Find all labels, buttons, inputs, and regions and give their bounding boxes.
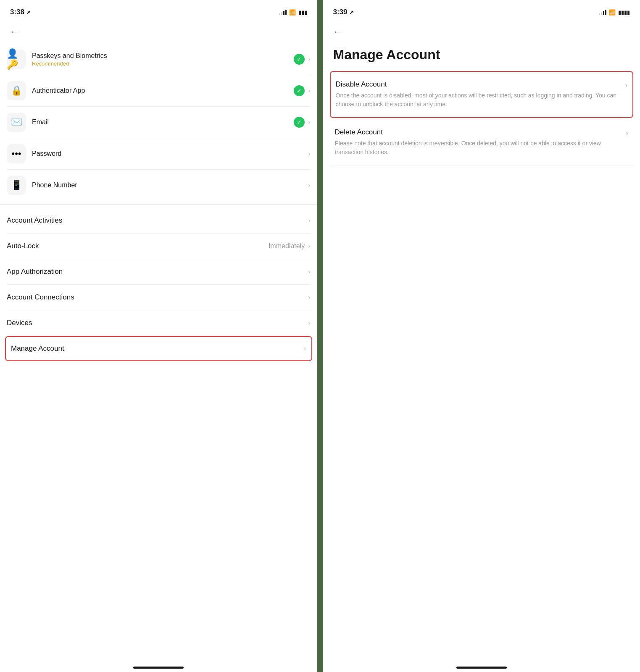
authenticator-check: ✓	[294, 85, 305, 96]
home-bar-left	[133, 667, 184, 669]
auto-lock-item[interactable]: Auto-Lock Immediately ›	[7, 234, 311, 259]
phone-content: Phone Number	[32, 181, 308, 189]
account-activities-label: Account Activities	[7, 216, 62, 225]
delete-account-desc: Please note that account deletion is irr…	[335, 139, 621, 157]
status-bar-right: 3:39 ↗ 📶 ▮▮▮▮	[323, 0, 640, 22]
disable-account-chevron: ›	[625, 81, 627, 90]
auto-lock-chevron: ›	[308, 242, 310, 250]
authenticator-content: Authenticator App	[32, 87, 294, 94]
security-list: 👤🔑 Passkeys and Biometrics Recommended ✓…	[0, 44, 317, 201]
back-button-right[interactable]: ←	[333, 25, 347, 39]
phone-icon: 📱	[11, 180, 22, 191]
account-activities-chevron: ›	[308, 217, 310, 224]
email-content: Email	[32, 118, 294, 126]
auto-lock-label: Auto-Lock	[7, 242, 39, 250]
passkeys-right: ✓ ›	[294, 54, 310, 65]
phone-icon-wrap: 📱	[7, 176, 26, 195]
account-connections-chevron: ›	[308, 294, 310, 301]
battery-icon-left: ▮▮▮	[298, 9, 307, 16]
back-button-left[interactable]: ←	[10, 25, 24, 39]
passkeys-icon: 👤🔑	[7, 48, 26, 70]
delete-account-chevron: ›	[626, 129, 628, 138]
delete-account-item[interactable]: Delete Account Please note that account …	[330, 120, 634, 165]
manage-account-item[interactable]: Manage Account ›	[5, 336, 312, 361]
manage-items-list: Disable Account Once the account is disa…	[323, 71, 640, 165]
password-content: Password	[32, 150, 308, 158]
devices-label: Devices	[7, 319, 32, 327]
phone-right: ›	[308, 181, 310, 189]
manage-account-chevron: ›	[304, 345, 306, 352]
authenticator-item[interactable]: 🔒 Authenticator App ✓ ›	[7, 75, 311, 107]
email-icon: ✉️	[11, 117, 22, 128]
passkeys-content: Passkeys and Biometrics Recommended	[32, 52, 294, 67]
manage-account-title: Manage Account	[323, 44, 640, 71]
authenticator-chevron: ›	[308, 87, 310, 94]
password-icon-wrap: •••	[7, 144, 26, 163]
home-indicator-right	[323, 662, 640, 672]
passkeys-check: ✓	[294, 54, 305, 65]
nav-bar-right: ←	[323, 22, 640, 44]
app-authorization-label: App Authorization	[7, 268, 63, 276]
passkeys-item[interactable]: 👤🔑 Passkeys and Biometrics Recommended ✓…	[7, 44, 311, 75]
app-authorization-right: ›	[308, 268, 310, 276]
authenticator-icon-wrap: 🔒	[7, 81, 26, 100]
app-authorization-item[interactable]: App Authorization ›	[7, 259, 311, 285]
phone-item[interactable]: 📱 Phone Number ›	[7, 170, 311, 201]
disable-account-item[interactable]: Disable Account Once the account is disa…	[330, 71, 634, 118]
manage-account-label: Manage Account	[11, 344, 64, 353]
right-panel: 3:39 ↗ 📶 ▮▮▮▮ ← Manage Account Disable A…	[323, 0, 640, 672]
location-icon-left: ↗	[26, 9, 31, 16]
disable-account-title: Disable Account	[336, 80, 620, 89]
status-bar-left: 3:38 ↗ 📶 ▮▮▮	[0, 0, 317, 22]
signal-icon-left	[279, 9, 287, 15]
home-indicator-left	[0, 662, 317, 672]
app-authorization-chevron: ›	[308, 268, 310, 276]
email-icon-wrap: ✉️	[7, 113, 26, 132]
delete-account-content: Delete Account Please note that account …	[335, 128, 626, 157]
account-connections-item[interactable]: Account Connections ›	[7, 285, 311, 310]
manage-account-right: ›	[304, 345, 306, 352]
phone-title: Phone Number	[32, 181, 308, 189]
password-icon: •••	[11, 148, 21, 159]
account-activities-item[interactable]: Account Activities ›	[7, 208, 311, 234]
section-separator	[0, 204, 317, 205]
passkeys-subtitle: Recommended	[32, 60, 294, 67]
disable-account-desc: Once the account is disabled, most of yo…	[336, 91, 620, 109]
devices-right: ›	[308, 319, 310, 327]
wifi-icon-left: 📶	[289, 9, 296, 16]
account-activities-right: ›	[308, 217, 310, 224]
battery-icon-right: ▮▮▮▮	[618, 9, 630, 16]
location-icon-right: ↗	[349, 9, 354, 16]
password-title: Password	[32, 150, 308, 158]
status-icons-right: 📶 ▮▮▮▮	[599, 9, 630, 16]
panel-divider	[317, 0, 323, 672]
menu-list: Account Activities › Auto-Lock Immediate…	[0, 208, 317, 361]
password-right: ›	[308, 150, 310, 158]
account-connections-right: ›	[308, 294, 310, 301]
home-bar-right	[456, 667, 507, 669]
auto-lock-value: Immediately	[269, 242, 305, 250]
passkeys-title: Passkeys and Biometrics	[32, 52, 294, 60]
account-connections-label: Account Connections	[7, 293, 74, 302]
password-item[interactable]: ••• Password ›	[7, 138, 311, 170]
signal-icon-right	[599, 9, 606, 15]
authenticator-title: Authenticator App	[32, 87, 294, 94]
disable-account-content: Disable Account Once the account is disa…	[336, 80, 625, 109]
phone-chevron: ›	[308, 181, 310, 189]
time-left: 3:38 ↗	[10, 8, 31, 16]
time-right: 3:39 ↗	[333, 8, 354, 16]
email-check: ✓	[294, 117, 305, 128]
password-chevron: ›	[308, 150, 310, 158]
email-item[interactable]: ✉️ Email ✓ ›	[7, 107, 311, 138]
status-icons-left: 📶 ▮▮▮	[279, 9, 307, 16]
devices-item[interactable]: Devices ›	[7, 310, 311, 336]
authenticator-right: ✓ ›	[294, 85, 310, 96]
passkeys-chevron: ›	[308, 55, 310, 63]
wifi-icon-right: 📶	[609, 9, 616, 16]
passkeys-icon-wrap: 👤🔑	[7, 50, 26, 69]
authenticator-icon: 🔒	[11, 85, 22, 96]
email-chevron: ›	[308, 118, 310, 126]
auto-lock-right: Immediately ›	[269, 242, 311, 250]
email-right: ✓ ›	[294, 117, 310, 128]
devices-chevron: ›	[308, 319, 310, 327]
